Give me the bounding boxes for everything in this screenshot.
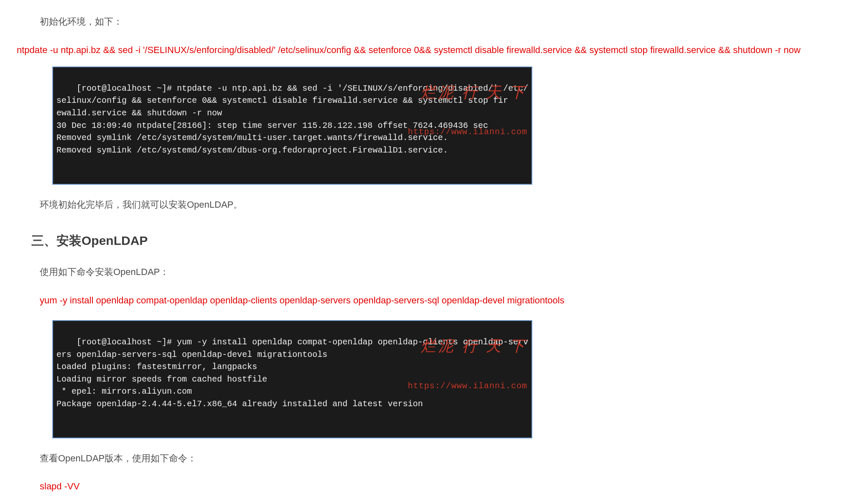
watermark-2: 烂泥 行 天 下 https://www.ilanni.com: [383, 313, 527, 437]
terminal-output-2-wrap: [root@localhost ~]# yum -y install openl…: [52, 320, 826, 438]
terminal-output-1: [root@localhost ~]# ntpdate -u ntp.api.b…: [52, 66, 532, 184]
install-intro: 使用如下命令安装OpenLDAP：: [40, 264, 826, 280]
intro-init-env: 初始化环境，如下：: [40, 13, 826, 30]
terminal-output-1-text: [root@localhost ~]# ntpdate -u ntp.api.b…: [56, 84, 528, 155]
check-version-intro: 查看OpenLDAP版本，使用如下命令：: [40, 450, 826, 467]
cmd-yum-install: yum -y install openldap compat-openldap …: [40, 292, 826, 309]
cmd-init-env: ntpdate -u ntp.api.bz && sed -i '/SELINU…: [17, 42, 826, 59]
terminal-output-2-text: [root@localhost ~]# yum -y install openl…: [56, 337, 528, 409]
section-install-openldap: 三、安装OpenLDAP: [31, 229, 826, 252]
terminal-output-1-wrap: [root@localhost ~]# ntpdate -u ntp.api.b…: [52, 66, 826, 184]
cmd-slapd-vv: slapd -VV: [40, 478, 826, 495]
post-init-env: 环境初始化完毕后，我们就可以安装OpenLDAP。: [40, 196, 826, 213]
watermark-sub-2: https://www.ilanni.com: [383, 380, 527, 392]
terminal-output-2: [root@localhost ~]# yum -y install openl…: [52, 320, 532, 438]
